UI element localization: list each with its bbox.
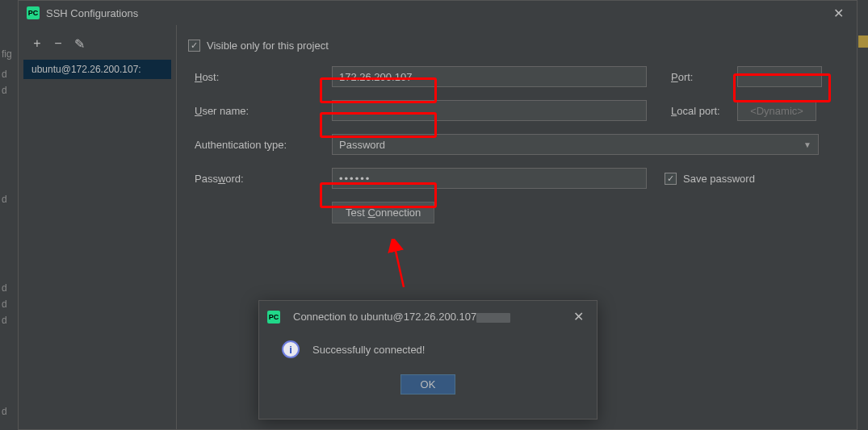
list-toolbar: + − ✎	[23, 33, 171, 60]
config-list-item[interactable]: ubuntu@172.26.200.107:	[23, 60, 171, 79]
authtype-value: Password	[339, 139, 385, 151]
backdrop-text: d	[2, 282, 7, 294]
config-list-panel: + − ✎ ubuntu@172.26.200.107:	[19, 25, 177, 429]
password-label: Password:	[195, 173, 332, 185]
visible-only-label: Visible only for this project	[207, 40, 329, 52]
username-label: User name:	[195, 105, 332, 117]
dialog-title: SSH Configurations	[46, 7, 828, 19]
save-password-label: Save password	[683, 173, 755, 185]
port-input[interactable]	[737, 66, 822, 87]
username-input[interactable]	[332, 100, 647, 121]
add-button[interactable]: +	[30, 36, 44, 52]
authtype-label: Authentication type:	[195, 139, 332, 151]
backdrop-text: fig	[2, 48, 12, 60]
backdrop-text: d	[2, 298, 7, 310]
chevron-down-icon: ▼	[803, 140, 811, 149]
popup-message: Successfully connected!	[312, 344, 425, 356]
localport-input[interactable]	[737, 100, 816, 121]
yellow-strip	[858, 35, 868, 48]
remove-button[interactable]: −	[51, 36, 65, 52]
password-input[interactable]	[332, 168, 647, 189]
visible-only-checkbox[interactable]: ✓	[188, 40, 200, 52]
host-input[interactable]	[332, 66, 647, 87]
close-icon[interactable]: ✕	[568, 307, 589, 326]
backdrop-text: d	[2, 194, 7, 205]
save-password-checkbox[interactable]: ✓	[665, 173, 677, 185]
pycharm-icon: PC	[27, 6, 40, 19]
close-icon[interactable]: ✕	[828, 4, 849, 23]
authtype-select[interactable]: Password ▼	[332, 134, 819, 155]
pycharm-icon: PC	[267, 311, 280, 324]
backdrop-text: d	[2, 406, 7, 417]
port-label: Port:	[671, 71, 737, 83]
popup-title: Connection to ubuntu@172.26.200.107	[293, 311, 568, 323]
backdrop-text: d	[2, 85, 7, 96]
info-icon: i	[282, 340, 300, 358]
backdrop-text: d	[2, 315, 7, 326]
connection-result-popup: PC Connection to ubuntu@172.26.200.107 ✕…	[258, 300, 598, 420]
blue-strip	[858, 401, 868, 414]
localport-label: Local port:	[671, 105, 737, 117]
test-connection-button[interactable]: Test Connection	[332, 202, 434, 223]
backdrop-text: d	[2, 69, 7, 80]
title-bar: PC SSH Configurations ✕	[19, 1, 857, 25]
edit-button[interactable]: ✎	[72, 36, 86, 52]
ok-button[interactable]: OK	[400, 374, 456, 395]
host-label: Host:	[195, 71, 332, 83]
